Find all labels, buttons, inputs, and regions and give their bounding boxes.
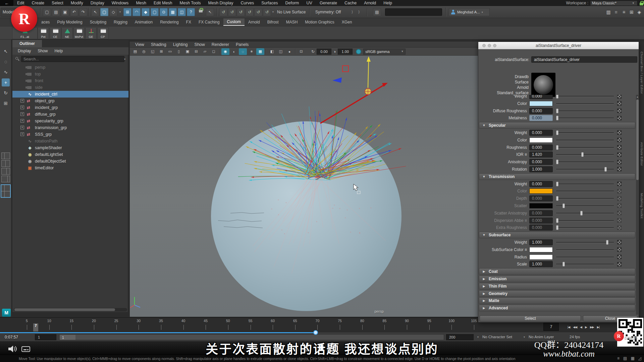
shelf-tab-custom[interactable]: Custom [223,18,245,26]
layout-preset-button-2[interactable] [1,160,10,167]
value-slider[interactable] [556,261,614,267]
value-slider[interactable] [556,195,614,201]
shadows-icon[interactable]: ◐ [230,48,238,55]
snap-help-icon[interactable]: ? [187,8,195,16]
outliner-menu-display[interactable]: Display [14,49,34,53]
color-swatch[interactable] [529,137,553,143]
shelf-tab-sculpting[interactable]: Sculpting [86,19,110,25]
outliner-item-side[interactable]: side [12,84,128,91]
menu-item-mesh-tools[interactable]: Mesh Tools [176,1,205,5]
color-swatch[interactable] [529,188,553,194]
outliner-item-front[interactable]: front [12,77,128,84]
lock-camera-icon[interactable]: ◱ [149,48,157,55]
expand-toggle-icon[interactable]: + [20,99,24,103]
snap-together-icon[interactable]: ◫ [178,8,186,16]
value-slider[interactable] [556,166,614,172]
menu-item-help[interactable]: Help [380,1,396,5]
node-name-field[interactable]: aiStandardSurface_driver [531,56,637,63]
snap-grid-icon[interactable]: ⊞ [123,8,131,16]
redo-icon[interactable]: ↷ [79,8,87,16]
rotate-tool-icon[interactable]: ↻ [2,89,10,97]
map-connect-icon[interactable] [617,189,622,193]
value-slider[interactable] [556,188,614,194]
shelf-tab-fx-caching[interactable]: FX Caching [195,19,223,25]
outliner-item-specularity-grp[interactable]: +⇄specularity_grp [12,118,128,124]
menu-item-generate[interactable]: Generate [316,1,341,5]
anim-layer-icon[interactable]: ≡ [620,8,628,16]
value-slider[interactable] [556,247,614,253]
map-connect-icon[interactable] [617,226,622,230]
value-field[interactable]: 1.000 [529,239,553,245]
resolution-gate-icon[interactable]: ▯ [175,48,183,55]
outliner-item-defaultobjectset[interactable]: ◉defaultObjectSet [12,158,128,165]
dock-tab-modeling-toolkit[interactable]: Modeling Toolkit [640,193,644,219]
ambient-occlusion-icon[interactable]: ◌ [239,48,247,55]
outliner-item-timeeditor[interactable]: ▣timeEditor [12,165,128,171]
slider-handle[interactable] [556,160,558,164]
slider-handle[interactable] [556,116,558,120]
channel-box-icon[interactable]: ⊞ [628,8,636,16]
expand-toggle-icon[interactable]: + [20,106,24,109]
expand-arrow-icon[interactable]: ⟩ [358,10,360,14]
slider-handle[interactable] [556,130,558,135]
shelf-tab-aces[interactable]: aces [38,19,53,25]
layout-preset-button-4[interactable] [1,176,10,182]
outliner-item-incident-ctrl[interactable]: ∿incident_ctrl [12,91,128,98]
menu-item-select[interactable]: Select [48,1,67,5]
outliner-item-persp[interactable]: persp [12,64,128,71]
film-gate-icon[interactable]: ▭ [166,48,174,55]
value-field[interactable]: 0.000 [529,108,553,114]
value-field[interactable]: 0.000 [529,130,553,136]
transport-button-5[interactable]: ▶| [597,325,599,329]
value-slider[interactable] [556,203,614,209]
shelf-tab-bifrost[interactable]: Bifrost [264,19,282,25]
expand-toggle-icon[interactable]: + [20,112,24,116]
outliner-item-transmission-grp[interactable]: +⇄transmission_grp [12,124,128,131]
value-slider[interactable] [556,159,614,165]
snap-projected-center-icon[interactable]: ▢ [151,8,159,16]
color-swatch[interactable] [529,101,553,106]
window-zoom-icon[interactable] [493,44,496,47]
window-title-bar[interactable]: aiStandardSurface_driver [478,42,639,49]
paste-field-icon[interactable]: ▤ [373,8,381,16]
menu-item-edit-mesh[interactable]: Edit Mesh [150,1,176,5]
section-header-matte[interactable]: ▶Matte [479,297,635,304]
section-header-transmission[interactable]: ▼Transmission [479,173,635,180]
map-connect-icon[interactable] [617,109,622,113]
default-material-icon[interactable]: ● [285,48,293,55]
value-field[interactable]: 1.000 [529,166,553,172]
field-chart-icon[interactable]: ⊟ [192,48,200,55]
map-connect-icon[interactable] [617,116,622,120]
workspace-lock-icon[interactable] [640,3,643,5]
search-input[interactable] [21,56,124,62]
slider-handle[interactable] [556,218,558,223]
attr-vscrollbar[interactable]: ▲ [636,95,639,315]
section-header-emission[interactable]: ▶Emission [479,276,635,282]
wireframe-on-shaded-icon[interactable]: ◫ [277,48,285,55]
viewport-menu-view[interactable]: View [132,42,148,47]
menu-item-deform[interactable]: Deform [282,1,303,5]
slider-handle[interactable] [562,203,565,208]
transport-button-0[interactable]: |◀ [568,325,570,329]
menu-item-mesh[interactable]: Mesh [132,1,150,5]
menu-item-surfaces[interactable]: Surfaces [258,1,281,5]
slider-handle[interactable] [562,262,565,266]
expand-toggle-icon[interactable]: + [20,119,24,123]
map-connect-icon[interactable] [617,182,622,186]
section-header-advanced[interactable]: ▶Advanced [479,305,635,311]
outliner-hscrollbar[interactable] [14,308,127,311]
blue-axis-cone[interactable] [332,77,342,83]
map-connect-icon[interactable] [617,255,622,259]
value-field[interactable]: 0.000 [529,159,553,165]
isolate-select-icon[interactable]: ⊡ [297,48,305,55]
motion-blur-icon[interactable]: ∗ [248,48,256,55]
manipulator-y-arrowhead[interactable] [367,56,371,62]
color-swatch[interactable] [529,254,553,260]
value-slider[interactable] [556,181,614,187]
value-slider[interactable] [556,95,614,99]
input-to-selected-icon[interactable]: ↺ [219,8,227,16]
window-close-icon[interactable] [482,44,486,47]
rewind-10-button[interactable]: ↺ 10 [301,343,313,354]
snap-point-icon[interactable]: ◆ [142,8,150,16]
menu-item-windows[interactable]: Windows [108,1,132,5]
